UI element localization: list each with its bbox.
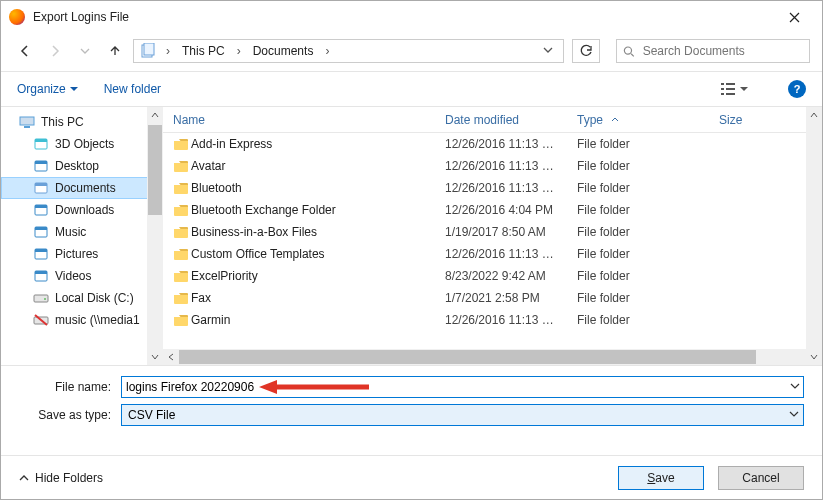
column-date[interactable]: Date modified [445,113,577,127]
nav-back-button[interactable] [13,39,37,63]
list-item[interactable]: Bluetooth12/26/2016 11:13 …File folder [163,177,822,199]
arrow-left-icon [18,44,32,58]
column-type-label: Type [577,113,603,127]
dropdown-arrow-icon [740,85,748,93]
scroll-down-button[interactable] [147,349,163,365]
item-date: 8/23/2022 9:42 AM [445,269,577,283]
folder-icon [173,225,191,239]
tree-item[interactable]: 3D Objects [1,133,163,155]
item-date: 1/19/2017 8:50 AM [445,225,577,239]
recent-locations-button[interactable] [73,39,97,63]
save-button[interactable]: Save [618,466,704,490]
item-name: Fax [191,291,445,305]
list-item[interactable]: Add-in Express12/26/2016 11:13 …File fol… [163,133,822,155]
file-list[interactable]: Name Date modified Type Size Add-in Expr… [163,107,822,365]
svg-rect-20 [35,227,47,230]
scroll-up-button[interactable] [806,107,822,123]
search-box[interactable] [616,39,810,63]
item-date: 12/26/2016 11:13 … [445,313,577,327]
navigation-tree[interactable]: This PC3D ObjectsDesktopDocumentsDownloa… [1,107,163,365]
file-name-history-button[interactable] [790,380,800,394]
view-options-button[interactable] [717,80,752,98]
chevron-up-icon [810,111,818,119]
scrollbar-thumb[interactable] [179,350,756,364]
column-size[interactable]: Size [719,113,819,127]
svg-point-26 [44,298,46,300]
scroll-up-button[interactable] [147,107,163,123]
list-item[interactable]: Avatar12/26/2016 11:13 …File folder [163,155,822,177]
save-as-type-value: CSV File [128,408,175,422]
svg-rect-7 [721,93,724,95]
tree-item[interactable]: Desktop [1,155,163,177]
svg-rect-10 [24,126,30,128]
chevron-up-icon [19,473,29,483]
list-item[interactable]: ExcelPriority8/23/2022 9:42 AMFile folde… [163,265,822,287]
item-type: File folder [577,291,719,305]
chevron-down-icon [543,45,553,55]
item-date: 12/26/2016 11:13 … [445,159,577,173]
hide-folders-button[interactable]: Hide Folders [19,471,103,485]
nav-forward-button[interactable] [43,39,67,63]
chevron-right-icon: › [321,44,333,58]
tree-item[interactable]: Documents [1,177,163,199]
new-folder-button[interactable]: New folder [104,82,161,96]
tree-item[interactable]: Music [1,221,163,243]
chevron-right-icon: › [162,44,174,58]
address-bar[interactable]: › This PC › Documents › [133,39,564,63]
list-item[interactable]: Bluetooth Exchange Folder12/26/2016 4:04… [163,199,822,221]
item-name: Avatar [191,159,445,173]
help-button[interactable]: ? [788,80,806,98]
close-button[interactable] [774,1,814,33]
firefox-icon [9,9,25,25]
breadcrumb-folder[interactable]: Documents [251,44,316,58]
cancel-button[interactable]: Cancel [718,466,804,490]
save-as-type-combo[interactable]: CSV File [121,404,804,426]
tree-item[interactable]: music (\\media1 [1,309,163,331]
folder-icon [173,269,191,283]
tree-item-label: Music [55,225,86,239]
item-name: ExcelPriority [191,269,445,283]
svg-rect-8 [726,93,735,95]
item-type: File folder [577,247,719,261]
address-history-button[interactable] [539,44,557,58]
tree-item-label: Downloads [55,203,114,217]
chevron-down-icon [80,46,90,56]
tree-item[interactable]: This PC [1,111,163,133]
scrollbar-thumb[interactable] [148,125,162,215]
chevron-up-icon [151,111,159,119]
item-name: Add-in Express [191,137,445,151]
breadcrumb-root[interactable]: This PC [180,44,227,58]
tree-item[interactable]: Videos [1,265,163,287]
tree-item-label: This PC [41,115,84,129]
nav-up-button[interactable] [103,39,127,63]
scroll-down-button[interactable] [806,349,822,365]
tree-item-label: Videos [55,269,91,283]
list-item[interactable]: Fax1/7/2021 2:58 PMFile folder [163,287,822,309]
column-type[interactable]: Type [577,113,719,127]
file-name-input[interactable] [121,376,804,398]
refresh-button[interactable] [572,39,600,63]
window-title: Export Logins File [33,10,129,24]
folder-icon [173,291,191,305]
column-name[interactable]: Name [173,113,445,127]
tree-item-label: music (\\media1 [55,313,140,327]
list-item[interactable]: Custom Office Templates12/26/2016 11:13 … [163,243,822,265]
organize-menu[interactable]: Organize [17,82,78,96]
svg-rect-3 [721,83,724,85]
tree-scrollbar[interactable] [147,107,163,365]
search-input[interactable] [641,43,803,59]
sort-indicator-icon [611,116,619,124]
item-date: 12/26/2016 11:13 … [445,181,577,195]
folder-icon [173,181,191,195]
item-name: Custom Office Templates [191,247,445,261]
folder-icon [173,159,191,173]
list-item[interactable]: Business-in-a-Box Files1/19/2017 8:50 AM… [163,221,822,243]
list-item[interactable]: Garmin12/26/2016 11:13 …File folder [163,309,822,331]
svg-rect-6 [726,88,735,90]
scroll-left-button[interactable] [163,349,179,365]
vertical-scrollbar[interactable] [806,107,822,365]
tree-item[interactable]: Local Disk (C:) [1,287,163,309]
horizontal-scrollbar[interactable] [163,349,822,365]
tree-item[interactable]: Downloads [1,199,163,221]
tree-item[interactable]: Pictures [1,243,163,265]
